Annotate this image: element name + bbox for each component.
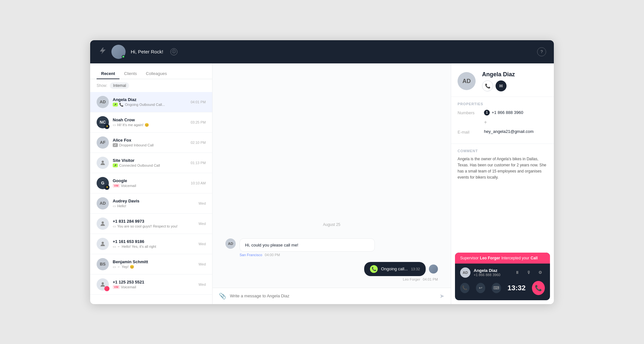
send-button[interactable]: ➤: [440, 293, 444, 300]
contact-name: Angela Diaz: [113, 97, 187, 102]
properties-title: PROPERTIES: [458, 102, 547, 106]
contact-time: Wed: [199, 242, 206, 246]
add-number-row: +: [484, 119, 547, 125]
message-time: 04:00 PM: [265, 253, 280, 257]
ongoing-call-bubble: 📞 Ongoing call... 13:32: [364, 262, 426, 276]
contact-actions: 📞 ✉: [482, 80, 547, 91]
contact-header: AD Angela Diaz 📞 ✉: [451, 63, 554, 97]
contact-info: +1 125 253 5521 VM Voicemail: [113, 280, 195, 289]
header-greeting: Hi, Peter Rock!: [131, 49, 163, 54]
attach-button[interactable]: 📎: [219, 293, 226, 300]
main-body: Recent Clients Colleagues Show: Internal…: [90, 63, 554, 304]
call-button[interactable]: 📞: [482, 80, 493, 91]
contact-preview: ▭ You are so cool guys!! Respect to you!: [113, 224, 195, 228]
sidebar-tabs: Recent Clients Colleagues: [90, 63, 212, 79]
property-numbers-row: Numbers 1 +1 866 888 3960: [458, 110, 547, 116]
call-back-button[interactable]: 📞: [460, 283, 469, 293]
contact-info: Noah Crow ▭ Hi! It's me again! 😊: [113, 117, 187, 127]
add-number-icon[interactable]: +: [484, 119, 487, 125]
call-label: Call: [531, 256, 538, 260]
right-panel: AD Angela Diaz 📞 ✉ PROPERTIES Numbers 1 …: [451, 63, 554, 304]
mute-button[interactable]: 🎙: [524, 268, 533, 277]
contact-avatar: 🚫: [97, 278, 109, 291]
info-icon[interactable]: ⓘ: [170, 48, 177, 55]
list-item[interactable]: Site Visitor ↗ Connected Outbound Call 0…: [90, 153, 212, 173]
call-overlay-header: Supervisor Leo Forger Intercepted your C…: [455, 253, 550, 264]
contact-time: Wed: [199, 283, 206, 286]
call-sender-name: Leo Forger: [403, 277, 420, 281]
show-label: Show:: [97, 83, 107, 88]
contact-avatar: [97, 157, 109, 169]
list-item[interactable]: AD Audrey Davis ▭ Hello! Wed: [90, 193, 212, 214]
contact-time: 02:10 PM: [191, 141, 206, 144]
call-contact-info: Angela Diaz +1 866 888 3960: [474, 268, 509, 277]
contact-info: Site Visitor ↗ Connected Outbound Call: [113, 158, 187, 167]
list-item[interactable]: NC ★ Noah Crow ▭ Hi! It's me again! 😊 03…: [90, 112, 212, 133]
call-overlay-body: AD Angela Diaz +1 866 888 3960 ⏸ 🎙 ⚙ 📞: [455, 264, 550, 300]
chat-input-area: 📎 ➤: [213, 288, 451, 304]
list-item[interactable]: BS Benjamin Schmitt ▭ ← Yep! 😊 Wed: [90, 254, 212, 274]
sidebar: Recent Clients Colleagues Show: Internal…: [90, 63, 213, 304]
ongoing-call-text: Ongoing call...: [381, 266, 408, 271]
tab-clients[interactable]: Clients: [119, 69, 141, 79]
contact-preview: ▭ ← Hello! Yes, it's all right: [113, 245, 195, 249]
star-badge: ★: [104, 185, 109, 190]
list-item[interactable]: AF Alice Fox ✓ Dropped Inbound Call 02:1…: [90, 133, 212, 153]
header-right: ?: [537, 47, 546, 56]
list-item[interactable]: +1 831 284 9973 ▭ You are so cool guys!!…: [90, 214, 212, 234]
pause-button[interactable]: ⏸: [513, 268, 522, 277]
contact-preview: ✓ Dropped Inbound Call: [113, 143, 187, 147]
email-button[interactable]: ✉: [496, 80, 507, 91]
header-left: Hi, Peter Rock! ⓘ: [98, 45, 177, 59]
list-item[interactable]: 🚫 +1 125 253 5521 VM Voicemail Wed: [90, 274, 212, 295]
list-item[interactable]: G ★ Google VM Voicemail 10:10 AM: [90, 173, 212, 193]
header: Hi, Peter Rock! ⓘ ?: [90, 40, 554, 63]
call-contact-number: +1 866 888 3960: [474, 273, 509, 277]
end-call-button[interactable]: 📞: [532, 281, 545, 295]
star-badge: ★: [104, 124, 109, 129]
contact-name: Google: [113, 178, 187, 183]
contact-info: Alice Fox ✓ Dropped Inbound Call: [113, 138, 187, 147]
intercepted-label: Supervisor: [460, 256, 478, 260]
call-icon: 📞: [370, 265, 378, 273]
chat-area: August 25 AD Hi, could you please call m…: [213, 63, 451, 304]
contact-info: Benjamin Schmitt ▭ ← Yep! 😊: [113, 259, 195, 269]
transfer-button[interactable]: ↩: [476, 283, 485, 293]
list-item[interactable]: AD Angela Diaz ↗ 📞 Ongoing Outbound Call…: [90, 92, 212, 112]
contact-info: Angela Diaz ↗ 📞 Ongoing Outbound Call...: [113, 97, 187, 107]
keypad-button[interactable]: ⌨: [492, 283, 501, 293]
contact-time: Wed: [199, 262, 206, 266]
online-status-dot: [122, 55, 125, 58]
contact-name: +1 125 253 5521: [113, 280, 195, 284]
contact-info: +1 161 653 9186 ▭ ← Hello! Yes, it's all…: [113, 239, 195, 249]
ongoing-call-meta: Leo Forger 04:01 PM: [403, 277, 438, 281]
contact-header-name: Angela Diaz: [482, 71, 547, 78]
call-contact-row: AD Angela Diaz +1 866 888 3960 ⏸ 🎙 ⚙: [460, 267, 545, 278]
email-value: hey_angela21@gmail.com: [484, 129, 534, 134]
tab-colleagues[interactable]: Colleagues: [141, 69, 171, 79]
show-filter-badge[interactable]: Internal: [110, 82, 129, 89]
settings-button[interactable]: ⚙: [536, 268, 545, 277]
message-content: Hi, could you please call me! San Franci…: [240, 238, 438, 257]
date-divider: August 25: [225, 216, 438, 233]
contact-avatar: BS: [97, 258, 109, 270]
numbers-value: 1 +1 866 888 3960: [484, 110, 523, 116]
help-icon[interactable]: ?: [537, 47, 546, 56]
message-bubble: Hi, could you please call me!: [240, 238, 375, 252]
contact-name: Noah Crow: [113, 117, 187, 122]
tab-recent[interactable]: Recent: [97, 69, 119, 79]
contact-name: Audrey Davis: [113, 199, 195, 203]
call-sender-time: 04:01 PM: [423, 277, 438, 281]
comment-title: COMMENT: [458, 149, 547, 153]
contact-time: Wed: [199, 222, 206, 226]
svg-point-3: [102, 282, 104, 284]
svg-point-1: [102, 221, 104, 224]
contact-header-info: Angela Diaz 📞 ✉: [482, 71, 547, 91]
contact-name: Site Visitor: [113, 158, 187, 163]
contact-preview: VM Voicemail: [113, 184, 187, 188]
contact-time: 04:01 PM: [191, 100, 206, 104]
contact-avatar: AD: [97, 96, 109, 108]
list-item[interactable]: +1 161 653 9186 ▭ ← Hello! Yes, it's all…: [90, 234, 212, 254]
comment-section: COMMENT Angela is the owner of Angela's …: [451, 144, 554, 249]
chat-input[interactable]: [230, 293, 436, 298]
